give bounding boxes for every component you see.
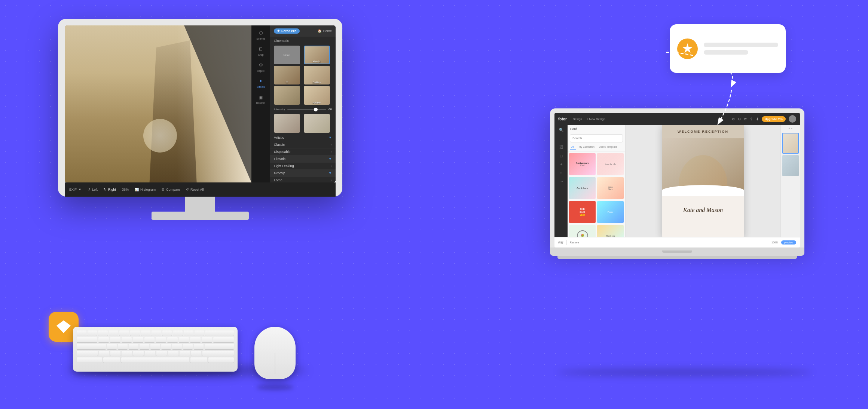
filter-thumb-5[interactable]: Awake: [304, 86, 330, 105]
floating-card-icon: [677, 39, 698, 59]
compare-button[interactable]: ⊞ Compare: [162, 188, 180, 191]
borders-label: Borders: [256, 102, 266, 104]
filter-thumb-4[interactable]: [274, 86, 300, 105]
adjust-icon[interactable]: ⚙ Adjust: [257, 61, 265, 72]
template-item-2[interactable]: Love the Life: [597, 153, 624, 175]
laptop-notch: [662, 250, 692, 253]
mouse-line: [275, 353, 275, 374]
card-names-section: Kate and Mason: [662, 196, 744, 219]
crop-label: Crop: [258, 53, 263, 56]
reset-all-button[interactable]: ↺ Reset All: [186, 188, 204, 191]
key: [150, 344, 160, 349]
zoom-indicator[interactable]: 36%: [122, 188, 129, 191]
laptop: fotor Design + New Design ↺ ↻ ⟳ ⇪ ⬇ Upgr…: [550, 108, 804, 259]
filter-cat-groovy[interactable]: Groovy ▼: [270, 170, 336, 177]
new-design-button[interactable]: + New Design: [587, 117, 605, 121]
key: [172, 344, 182, 349]
photo-editor-canvas[interactable]: [65, 25, 251, 182]
key: [122, 351, 132, 356]
user-avatar[interactable]: [789, 115, 796, 123]
crop-icon-shape: ⊡: [257, 45, 265, 53]
tab-my-collection[interactable]: My Collection: [577, 145, 596, 150]
key: [77, 351, 98, 356]
filter-thumb-7[interactable]: [304, 114, 330, 133]
template-item-5[interactable]: SHE SAID YES!: [569, 201, 596, 223]
keyboard: [73, 327, 238, 372]
filter-thumb-6[interactable]: [274, 114, 300, 133]
key: [109, 330, 119, 336]
fotor-pro-badge[interactable]: ★ Fotor Pro: [274, 28, 300, 34]
key: [77, 357, 102, 363]
template-item-8[interactable]: Thank you: [597, 225, 624, 237]
crop-icon[interactable]: ⊡ Crop: [257, 45, 265, 56]
mouse: [254, 327, 296, 387]
key: [118, 344, 128, 349]
star-icon: [682, 43, 693, 54]
tab-all[interactable]: All: [570, 145, 576, 150]
key: [122, 337, 132, 342]
laptop-icon-more[interactable]: ⋯: [559, 179, 563, 184]
share-icon[interactable]: ⇪: [750, 117, 753, 121]
filter-cat-lomo[interactable]: Lomo ›: [270, 177, 336, 182]
filter-panel: ★ Fotor Pro 🏠 Home Cinematic None He+14: [270, 25, 336, 182]
key-row-5: [77, 357, 234, 363]
exif-button[interactable]: EXIF ▼: [69, 188, 82, 191]
template-item-7[interactable]: 💐: [569, 225, 596, 237]
laptop-right-strip: + ≡: [780, 125, 800, 237]
scenes-icon[interactable]: ⬡ Scenes: [256, 29, 265, 40]
filter-thumb-1[interactable]: He+14: [304, 46, 330, 64]
filter-cat-artistic[interactable]: Artistic ▼: [270, 134, 336, 141]
laptop-icon-effects[interactable]: ✦: [560, 162, 563, 166]
filter-cat-classic[interactable]: Classic ›: [270, 141, 336, 148]
upgrade-pro-button[interactable]: Upgrade Pro: [762, 116, 786, 122]
key-row-3: [77, 344, 234, 349]
template-item-1[interactable]: Anniversary Card: [569, 153, 596, 175]
spacebar[interactable]: [121, 357, 189, 363]
filter-none-thumb[interactable]: None: [274, 46, 300, 64]
rotate-left-button[interactable]: ↺ Left: [88, 188, 98, 191]
template-item-3[interactable]: Amy & Evans: [569, 177, 596, 199]
laptop-icon-shape[interactable]: ◻: [560, 154, 563, 158]
filter-cat-lightleaking[interactable]: Light Leaking ›: [270, 163, 336, 170]
rotate-right-button[interactable]: ↻ Right: [104, 188, 116, 191]
photo-editor-toolbar: EXIF ▼ ↺ Left ↻ Right 36% 📊 Histogram ⊞ …: [65, 182, 336, 197]
effects-icon[interactable]: ✦ Effects: [257, 77, 265, 88]
filter-thumb-2[interactable]: ⬡: [274, 66, 300, 84]
undo-icon[interactable]: ↺: [732, 117, 735, 121]
template-item-6[interactable]: Please: [597, 201, 624, 223]
laptop-icon-image[interactable]: 🖼: [559, 145, 563, 149]
intensity-slider[interactable]: [287, 109, 326, 110]
wedding-card: WELCOME RECEPTION: [662, 125, 744, 237]
laptop-icon-text[interactable]: T: [560, 136, 562, 141]
floating-card-content: [704, 43, 778, 55]
refresh-icon[interactable]: ⟳: [744, 117, 747, 121]
borders-icon[interactable]: ▣ Borders: [256, 93, 266, 104]
laptop-icon-search[interactable]: 🔍: [559, 128, 563, 132]
template-search-input[interactable]: [570, 134, 623, 142]
key: [107, 344, 117, 349]
key: [98, 330, 108, 336]
template-item-4[interactable]: AnnaStars: [597, 177, 624, 199]
laptop-icon-home[interactable]: ⌂: [560, 171, 562, 175]
key: [140, 344, 149, 349]
key: [213, 337, 234, 342]
laptop-topbar: fotor Design + New Design ↺ ↻ ⟳ ⇪ ⬇ Upgr…: [554, 113, 800, 125]
thumb-strip-item-1[interactable]: [782, 133, 799, 154]
key: [202, 351, 234, 356]
key: [99, 351, 109, 356]
preview-button[interactable]: preview: [781, 240, 796, 245]
key: [156, 337, 166, 342]
redo-icon[interactable]: ↻: [738, 117, 741, 121]
thumb-strip-item-2[interactable]: [782, 155, 799, 176]
filter-cat-disposable[interactable]: Disposable ›: [270, 148, 336, 156]
save-label[interactable]: 保存: [558, 241, 563, 245]
filter-thumb-3[interactable]: Delite+: [304, 66, 330, 84]
filter-cat-filmatic[interactable]: Filmatic ▼: [270, 156, 336, 163]
design-nav-item[interactable]: Design: [573, 117, 582, 121]
tab-users-template[interactable]: Users Template: [597, 145, 619, 150]
home-button[interactable]: 🏠 Home: [318, 29, 332, 33]
key: [190, 357, 207, 363]
download-icon[interactable]: ⬇: [756, 117, 759, 121]
histogram-button[interactable]: 📊 Histogram: [135, 188, 156, 191]
restore-label[interactable]: Restore: [570, 241, 579, 244]
